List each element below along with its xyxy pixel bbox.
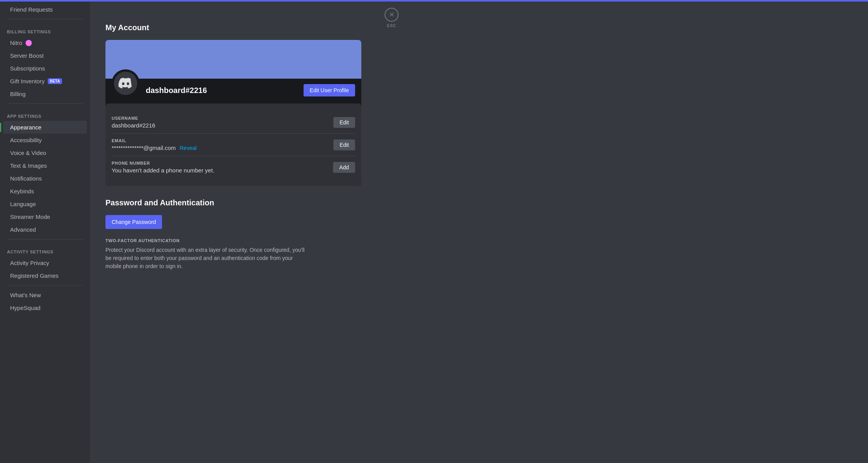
- phone-value: You haven't added a phone number yet.: [112, 167, 214, 174]
- phone-add-button[interactable]: Add: [333, 162, 355, 173]
- profile-username: dashboard#2216: [146, 86, 207, 95]
- esc-label: ESC: [387, 23, 396, 28]
- subscriptions-label: Subscriptions: [10, 65, 45, 72]
- whats-new-label: What's New: [10, 292, 41, 298]
- email-value: **************@gmail.com Reveal: [112, 145, 197, 151]
- language-label: Language: [10, 201, 36, 207]
- sidebar: Friend Requests Billing Settings Nitro S…: [0, 0, 90, 463]
- notifications-label: Notifications: [10, 175, 42, 182]
- appearance-label: Appearance: [10, 124, 41, 131]
- hypesquad-label: HypeSquad: [10, 305, 40, 311]
- registered-games-label: Registered Games: [10, 272, 59, 279]
- sidebar-item-advanced[interactable]: Advanced: [3, 223, 87, 236]
- two-factor-description: Protect your Discord account with an ext…: [105, 246, 307, 270]
- sidebar-item-server-boost[interactable]: Server Boost: [3, 49, 87, 62]
- sidebar-item-hypesquad[interactable]: HypeSquad: [3, 301, 87, 314]
- sidebar-divider-2: [7, 103, 83, 104]
- sidebar-item-whats-new[interactable]: What's New: [3, 289, 87, 301]
- password-section-title: Password and Authentication: [105, 198, 361, 207]
- username-field: USERNAME dashboard#2216: [112, 116, 155, 129]
- main-content: My Account dashboard#2216 Edit User Prof…: [90, 0, 868, 463]
- email-label: EMAIL: [112, 138, 197, 143]
- sidebar-item-registered-games[interactable]: Registered Games: [3, 269, 87, 282]
- username-edit-button[interactable]: Edit: [333, 117, 355, 128]
- email-masked: **************@gmail.com: [112, 145, 176, 151]
- phone-field: PHONE NUMBER You haven't added a phone n…: [112, 161, 214, 174]
- email-edit-button[interactable]: Edit: [333, 139, 355, 150]
- voice-video-label: Voice & Video: [10, 150, 46, 156]
- settings-panel: My Account dashboard#2216 Edit User Prof…: [90, 0, 377, 463]
- server-boost-label: Server Boost: [10, 52, 44, 59]
- reveal-email-link[interactable]: Reveal: [179, 145, 197, 151]
- sidebar-divider-3: [7, 239, 83, 239]
- sidebar-item-friend-requests[interactable]: Friend Requests: [3, 3, 87, 16]
- fields-container: USERNAME dashboard#2216 Edit EMAIL *****…: [105, 103, 361, 186]
- sidebar-item-accessibility[interactable]: Accessibility: [3, 134, 87, 146]
- phone-label: PHONE NUMBER: [112, 161, 214, 165]
- page-title: My Account: [105, 23, 361, 32]
- activity-section-label: Activity Settings: [0, 243, 90, 256]
- email-field-row: EMAIL **************@gmail.com Reveal Ed…: [112, 134, 355, 156]
- email-field: EMAIL **************@gmail.com Reveal: [112, 138, 197, 151]
- avatar-wrapper: [112, 69, 140, 97]
- sidebar-item-appearance[interactable]: Appearance: [3, 121, 87, 134]
- billing-label: Billing: [10, 91, 26, 97]
- billing-section-label: Billing Settings: [0, 22, 90, 36]
- username-value: dashboard#2216: [112, 122, 155, 129]
- close-icon: ✕: [389, 10, 395, 19]
- sidebar-divider-1: [7, 19, 83, 19]
- advanced-label: Advanced: [10, 226, 36, 233]
- gift-inventory-label: Gift Inventory: [10, 78, 45, 84]
- phone-field-row: PHONE NUMBER You haven't added a phone n…: [112, 156, 355, 178]
- beta-badge: BETA: [48, 78, 62, 84]
- close-button[interactable]: ✕: [385, 8, 399, 22]
- sidebar-item-billing[interactable]: Billing: [3, 88, 87, 100]
- sidebar-item-streamer-mode[interactable]: Streamer Mode: [3, 210, 87, 223]
- streamer-mode-label: Streamer Mode: [10, 213, 50, 220]
- two-factor-label: TWO-FACTOR AUTHENTICATION: [105, 238, 361, 243]
- close-area: ✕ ESC: [377, 0, 406, 463]
- sidebar-item-subscriptions[interactable]: Subscriptions: [3, 62, 87, 75]
- activity-privacy-label: Activity Privacy: [10, 260, 49, 266]
- sidebar-divider-4: [7, 285, 83, 286]
- accessibility-label: Accessibility: [10, 137, 42, 143]
- sidebar-item-nitro[interactable]: Nitro: [3, 36, 87, 49]
- sidebar-item-language[interactable]: Language: [3, 198, 87, 210]
- profile-card: dashboard#2216 Edit User Profile USERNAM…: [105, 40, 361, 186]
- change-password-button[interactable]: Change Password: [105, 215, 162, 229]
- sidebar-item-text-images[interactable]: Text & Images: [3, 159, 87, 172]
- sidebar-item-keybinds[interactable]: Keybinds: [3, 185, 87, 198]
- username-label: USERNAME: [112, 116, 155, 120]
- nitro-label: Nitro: [10, 40, 22, 46]
- avatar: [112, 69, 140, 97]
- edit-profile-button[interactable]: Edit User Profile: [304, 84, 355, 96]
- nitro-icon: [26, 40, 32, 46]
- sidebar-item-gift-inventory[interactable]: Gift Inventory BETA: [3, 75, 87, 88]
- username-field-row: USERNAME dashboard#2216 Edit: [112, 111, 355, 134]
- text-images-label: Text & Images: [10, 162, 47, 169]
- sidebar-item-voice-video[interactable]: Voice & Video: [3, 146, 87, 159]
- sidebar-item-activity-privacy[interactable]: Activity Privacy: [3, 256, 87, 269]
- sidebar-item-notifications[interactable]: Notifications: [3, 172, 87, 185]
- discord-avatar-icon: [118, 76, 133, 91]
- profile-left: dashboard#2216: [112, 83, 207, 97]
- profile-info-row: dashboard#2216 Edit User Profile: [105, 79, 361, 103]
- app-section-label: App Settings: [0, 107, 90, 121]
- keybinds-label: Keybinds: [10, 188, 34, 194]
- profile-banner: [105, 40, 361, 79]
